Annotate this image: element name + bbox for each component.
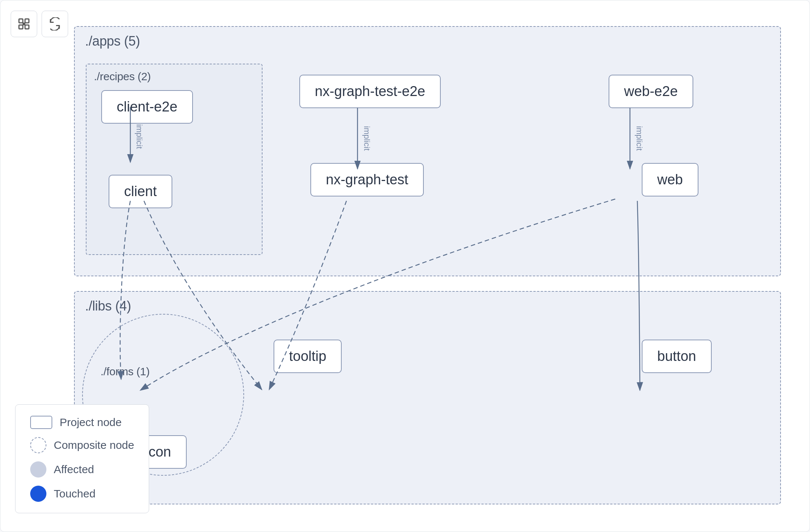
focus-button[interactable] bbox=[11, 11, 37, 37]
libs-group-label: ./libs (4) bbox=[85, 298, 131, 314]
toolbar bbox=[11, 11, 68, 37]
apps-group-label: ./apps (5) bbox=[85, 33, 140, 49]
legend: Project node Composite node Affected Tou… bbox=[15, 404, 149, 513]
focus-icon bbox=[17, 17, 31, 31]
refresh-button[interactable] bbox=[42, 11, 68, 37]
node-web[interactable]: web bbox=[642, 163, 698, 196]
node-web-e2e[interactable]: web-e2e bbox=[609, 75, 693, 108]
refresh-icon bbox=[48, 17, 61, 31]
svg-rect-2 bbox=[25, 25, 29, 29]
forms-group-label: ./forms (1) bbox=[101, 365, 149, 378]
node-tooltip[interactable]: tooltip bbox=[274, 340, 342, 373]
node-button[interactable]: button bbox=[642, 340, 712, 373]
recipes-group-label: ./recipes (2) bbox=[94, 70, 151, 83]
legend-composite-node: Composite node bbox=[30, 437, 134, 453]
legend-touched-icon bbox=[30, 486, 46, 502]
svg-rect-1 bbox=[25, 19, 29, 23]
svg-rect-0 bbox=[19, 19, 23, 23]
node-nx-graph-test-e2e[interactable]: nx-graph-test-e2e bbox=[299, 75, 441, 108]
legend-rect-icon bbox=[30, 416, 52, 429]
main-container: ./apps (5) ./recipes (2) client-e2e clie… bbox=[0, 0, 810, 532]
legend-affected: Affected bbox=[30, 461, 134, 478]
svg-rect-3 bbox=[19, 25, 23, 29]
legend-project-node: Project node bbox=[30, 416, 134, 429]
group-libs: ./libs (4) ./forms (1) tooltip button ic… bbox=[74, 291, 781, 504]
group-recipes: ./recipes (2) client-e2e client bbox=[86, 64, 263, 255]
legend-dashed-circle-icon bbox=[30, 437, 46, 453]
legend-touched: Touched bbox=[30, 486, 134, 502]
svg-point-4 bbox=[22, 22, 25, 25]
node-client-e2e[interactable]: client-e2e bbox=[101, 90, 193, 124]
node-nx-graph-test[interactable]: nx-graph-test bbox=[310, 163, 424, 196]
group-apps: ./apps (5) ./recipes (2) client-e2e clie… bbox=[74, 26, 781, 276]
node-client[interactable]: client bbox=[109, 175, 172, 208]
legend-affected-icon bbox=[30, 461, 46, 478]
